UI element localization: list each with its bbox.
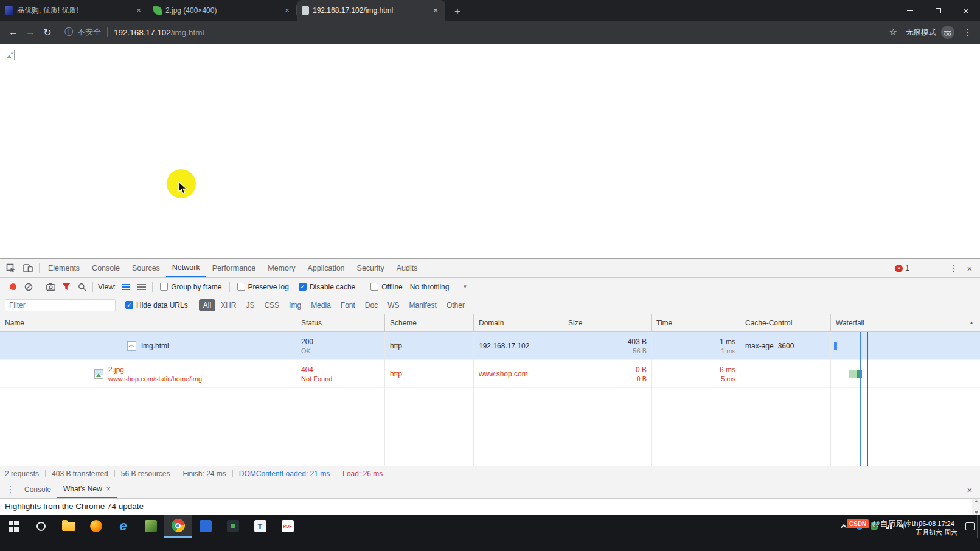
site-security-chip[interactable]: ⓘ 不安全 xyxy=(64,27,101,38)
image-file-icon xyxy=(94,369,103,379)
forward-button[interactable]: → xyxy=(22,24,39,41)
filter-pill-all[interactable]: All xyxy=(199,299,215,311)
taskbar-editor[interactable] xyxy=(137,515,164,538)
browser-tab-imghtml-active[interactable]: 192.168.17.102/img.html × xyxy=(297,0,445,21)
browser-tab-image[interactable]: 2.jpg (400×400) × xyxy=(148,0,297,21)
inspect-element-button[interactable] xyxy=(2,260,19,276)
filter-pill-font[interactable]: Font xyxy=(336,299,360,311)
drawer-tab-console[interactable]: Console xyxy=(18,481,57,498)
tab-title: 192.168.17.102/img.html xyxy=(313,6,427,15)
throttling-select[interactable]: No throttling ▼ xyxy=(410,283,468,291)
status-cell: 404 Not Found xyxy=(296,360,385,387)
tab-sources[interactable]: Sources xyxy=(126,259,166,277)
filter-pill-ws[interactable]: WS xyxy=(383,299,403,311)
window-close-button[interactable]: × xyxy=(952,0,980,21)
filter-pill-css[interactable]: CSS xyxy=(260,299,283,311)
taskbar-pdf-reader[interactable]: PDF xyxy=(274,515,301,538)
window-minimize-button[interactable] xyxy=(896,0,924,21)
group-by-frame-checkbox[interactable]: Group by frame xyxy=(160,283,221,291)
browser-tab-pinyougou[interactable]: 品优购, 优质! 优质! × xyxy=(0,0,148,21)
search-button[interactable] xyxy=(74,280,90,294)
cache-control-cell: max-age=3600 xyxy=(740,332,831,359)
device-toolbar-button[interactable] xyxy=(19,260,36,276)
taskbar-firefox[interactable] xyxy=(82,515,109,538)
error-count-badge[interactable]: × 1 xyxy=(895,264,909,272)
taskbar-capture-tool[interactable] xyxy=(219,515,246,538)
screenshot-capture-button[interactable] xyxy=(43,280,58,294)
devtools-menu-button[interactable]: ⋮ xyxy=(946,263,962,274)
column-header-domain[interactable]: Domain xyxy=(474,314,563,331)
filter-pill-manifest[interactable]: Manifest xyxy=(405,299,441,311)
new-tab-button[interactable]: + xyxy=(449,3,466,20)
column-header-status[interactable]: Status xyxy=(296,314,385,331)
filter-pill-img[interactable]: Img xyxy=(285,299,305,311)
browser-menu-button[interactable]: ⋮ xyxy=(961,27,975,38)
time-cell: 1 ms 1 ms xyxy=(652,332,740,359)
minimize-icon xyxy=(907,10,913,11)
filter-pill-other[interactable]: Other xyxy=(442,299,469,311)
reload-button[interactable]: ↻ xyxy=(39,24,56,41)
tab-application[interactable]: Application xyxy=(301,259,350,277)
action-center-button[interactable] xyxy=(962,515,977,538)
drawer-menu-button[interactable]: ⋮ xyxy=(2,484,18,495)
network-table-header: Name Status Scheme Domain Size Time Cach… xyxy=(0,314,980,332)
taskbar-office[interactable] xyxy=(192,515,219,538)
show-desktop-button[interactable] xyxy=(977,515,980,538)
tab-close-icon[interactable]: × xyxy=(282,5,292,15)
view-large-rows-button[interactable] xyxy=(118,280,134,294)
filter-toggle-button[interactable] xyxy=(58,280,74,294)
request-path: www.shop.com/static/home/img xyxy=(108,375,202,383)
tab-console[interactable]: Console xyxy=(86,259,126,277)
back-button[interactable]: ← xyxy=(5,24,22,41)
network-row-2jpg[interactable]: 2.jpg www.shop.com/static/home/img 404 N… xyxy=(0,360,980,388)
tab-audits[interactable]: Audits xyxy=(391,259,424,277)
clear-button[interactable] xyxy=(21,280,36,294)
windows-taskbar: e T PDF 06-08 17:24 五月初六 周六 CSDN xyxy=(0,515,980,551)
column-header-time[interactable]: Time xyxy=(652,314,740,331)
filter-pill-xhr[interactable]: XHR xyxy=(217,299,240,311)
filter-pill-js[interactable]: JS xyxy=(242,299,259,311)
window-maximize-button[interactable] xyxy=(924,0,952,21)
divider xyxy=(363,282,363,292)
taskbar-file-explorer[interactable] xyxy=(55,515,82,538)
view-overview-button[interactable] xyxy=(134,280,150,294)
network-row-imghtml[interactable]: img.html 200 OK http 192.168.17.102 403 … xyxy=(0,332,980,360)
scroll-up-icon[interactable] xyxy=(975,500,978,502)
cache-control-cell xyxy=(740,360,831,387)
scroll-down-icon[interactable] xyxy=(975,511,978,514)
tab-close-icon[interactable]: × xyxy=(106,481,111,497)
column-header-size[interactable]: Size xyxy=(563,314,652,331)
record-button[interactable] xyxy=(5,280,21,294)
tab-security[interactable]: Security xyxy=(351,259,391,277)
taskbar-internet-explorer[interactable]: e xyxy=(109,515,137,538)
devtools-close-button[interactable]: × xyxy=(962,263,978,274)
bookmark-star-button[interactable]: ☆ xyxy=(889,27,897,38)
filter-pill-doc[interactable]: Doc xyxy=(361,299,382,311)
drawer-close-button[interactable]: × xyxy=(962,485,978,495)
tab-performance[interactable]: Performance xyxy=(206,259,262,277)
tab-close-icon[interactable]: × xyxy=(431,5,440,15)
column-header-name[interactable]: Name xyxy=(0,314,296,331)
typora-icon: T xyxy=(254,520,266,532)
tab-close-icon[interactable]: × xyxy=(134,5,144,15)
filter-input[interactable] xyxy=(5,299,116,311)
drawer-tab-whats-new[interactable]: What's New × xyxy=(57,481,117,498)
network-summary-bar: 2 requests 403 B transferred 56 B resour… xyxy=(0,466,980,481)
tab-elements[interactable]: Elements xyxy=(42,259,86,277)
taskbar-chrome[interactable] xyxy=(164,515,192,538)
filter-pill-media[interactable]: Media xyxy=(307,299,335,311)
column-header-waterfall[interactable]: Waterfall ▲ xyxy=(831,314,980,331)
search-button[interactable] xyxy=(27,515,55,538)
column-header-scheme[interactable]: Scheme xyxy=(385,314,474,331)
start-button[interactable] xyxy=(0,515,27,538)
offline-checkbox[interactable]: Offline xyxy=(370,283,402,291)
disable-cache-checkbox[interactable]: ✓ Disable cache xyxy=(299,283,355,291)
address-bar[interactable]: 192.168.17.102/img.html xyxy=(114,28,204,37)
column-header-cache-control[interactable]: Cache-Control xyxy=(740,314,831,331)
taskbar-typora[interactable]: T xyxy=(246,515,274,538)
hide-data-urls-checkbox[interactable]: ✓ Hide data URLs xyxy=(125,301,188,310)
preserve-log-checkbox[interactable]: Preserve log xyxy=(237,283,289,291)
tab-memory[interactable]: Memory xyxy=(262,259,301,277)
scrollbar[interactable] xyxy=(972,499,980,515)
tab-network[interactable]: Network xyxy=(166,259,206,277)
